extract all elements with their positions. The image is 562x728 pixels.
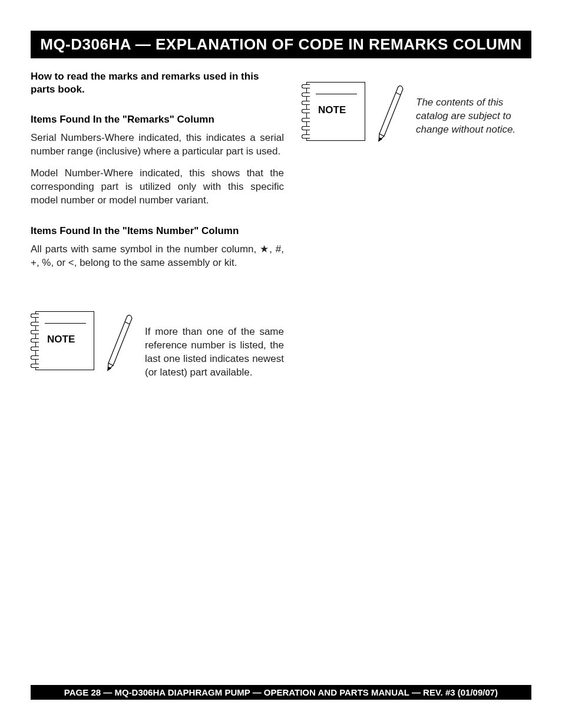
svg-line-0 bbox=[108, 316, 127, 363]
remarks-para-1: Serial Numbers-Where indicated, this ind… bbox=[31, 131, 284, 159]
remarks-heading: Items Found In the "Remarks" Column bbox=[31, 114, 284, 126]
svg-line-5 bbox=[396, 93, 401, 95]
content-wrapper: How to read the marks and remarks used i… bbox=[31, 70, 531, 380]
notepad-icon: NOTE bbox=[31, 311, 95, 376]
note-block-right: NOTE The contents of this c bbox=[302, 82, 531, 147]
pencil-icon bbox=[103, 311, 138, 376]
svg-line-4 bbox=[384, 89, 403, 136]
left-column: How to read the marks and remarks used i… bbox=[31, 70, 284, 380]
svg-line-1 bbox=[113, 318, 132, 365]
items-number-para: All parts with same symbol in the number… bbox=[31, 243, 284, 270]
remarks-para-2: Model Number-Where indicated, this shows… bbox=[31, 167, 284, 207]
right-column: NOTE The contents of this c bbox=[296, 70, 531, 380]
pencil-icon bbox=[373, 82, 409, 147]
items-number-heading: Items Found In the "Items Number" Column bbox=[31, 225, 284, 237]
footer-bar: PAGE 28 — MQ-D306HA DIAPHRAGM PUMP — OPE… bbox=[31, 685, 531, 700]
note-text-left: If more than one of the same reference n… bbox=[145, 311, 284, 380]
note-block-left: NOTE If more than one of th bbox=[31, 311, 284, 380]
intro-text: How to read the marks and remarks used i… bbox=[31, 70, 284, 96]
note-label-left: NOTE bbox=[47, 334, 75, 345]
page-title-bar: MQ-D306HA — EXPLANATION OF CODE IN REMAR… bbox=[31, 31, 531, 58]
note-label-right: NOTE bbox=[318, 104, 346, 116]
notepad-icon: NOTE bbox=[302, 82, 366, 147]
svg-line-2 bbox=[125, 322, 130, 324]
svg-line-3 bbox=[379, 87, 398, 134]
note-text-right: The contents of this catalog are subject… bbox=[416, 82, 531, 137]
